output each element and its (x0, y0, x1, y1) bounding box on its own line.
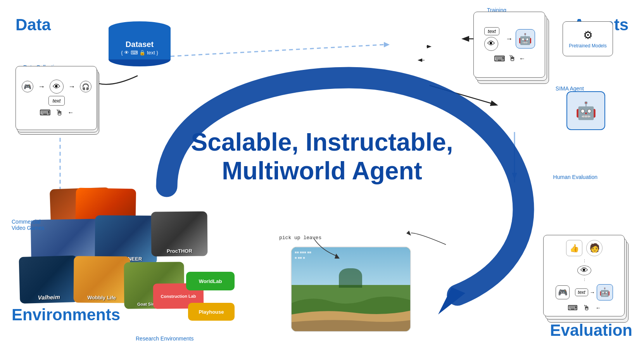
dc-row-kbd: ⌨ 🖱 ← (40, 108, 74, 117)
keyboard-icon-eval: ⌨ (568, 304, 578, 312)
dc-inner: 🎮 → 👁 → 🎧 text ⌨ 🖱 ← (16, 66, 97, 130)
mouse-icon: 🖱 (55, 108, 63, 117)
evaluation-stack: 👍 🧑 👁 🎮 text → 🤖 ⌨ 🖱 ← (543, 235, 628, 324)
train-card-front: text 👁 → 🤖 ⌨ 🖱 ← (473, 12, 545, 78)
eval-row-kbd: ⌨ 🖱 ← (568, 304, 601, 312)
arrow-left-eval: ← (596, 305, 601, 311)
svg-line-0 (171, 45, 384, 56)
mouse-icon-train: 🖱 (508, 54, 516, 63)
dc-card-front: 🎮 → 👁 → 🎧 text ⌨ 🖱 ← (16, 66, 97, 130)
game-wobblylife-label: Wobbly Life (85, 292, 118, 303)
mouse-icon-eval: 🖱 (583, 304, 590, 312)
game-worldlab: WorldLab (186, 272, 235, 290)
sima-agent-card: 🤖 (566, 91, 605, 130)
game-playhouse-label: Playhouse (199, 309, 224, 315)
dc-row-text: text (48, 96, 65, 106)
pickup-label: pick up leaves (279, 235, 321, 241)
train-inner: text 👁 → 🤖 ⌨ 🖱 ← (474, 12, 546, 78)
text-box-dc: text (48, 96, 65, 106)
sub-label-commercial: Commercial Video Games (12, 219, 50, 231)
dataset-container: Dataset { 👁 ⌨ 🔒 text } (101, 21, 178, 66)
game-procthor-label: ProcTHOR (164, 246, 195, 257)
dataset-icons: { 👁 ⌨ 🔒 text } (109, 50, 171, 56)
training-stack: text 👁 → 🤖 ⌨ 🖱 ← (473, 12, 551, 85)
eval-card-front: 👍 🧑 👁 🎮 text → 🤖 ⌨ 🖱 ← (543, 235, 625, 316)
svg-marker-7 (512, 173, 517, 179)
main-title: Scalable, Instructable, Multiworld Agent (186, 128, 458, 185)
person-icon: 🧑 (586, 240, 603, 256)
svg-marker-1 (384, 42, 390, 47)
train-row-bottom: ⌨ 🖱 ← (494, 54, 525, 63)
sima-robot-icon: 🤖 (575, 101, 597, 121)
arrow-left-icon: ← (68, 109, 74, 116)
text-tag-train: text (484, 27, 499, 35)
svg-marker-9 (406, 231, 411, 236)
data-collection-stack: 🎮 → 👁 → 🎧 text ⌨ 🖱 ← (16, 66, 101, 136)
dataset-label: Dataset (109, 40, 171, 49)
eval-row-top: 👍 🧑 (566, 240, 603, 256)
pretrained-label: Pretrained Models (569, 43, 606, 49)
game-worldlab-label: WorldLab (199, 278, 222, 284)
dc-row-eye: 🎮 → 👁 → 🎧 (22, 80, 92, 94)
gamepad-icon: 🎮 (22, 81, 33, 92)
main-title-line1: Scalable, Instructable, (186, 128, 458, 157)
eye-icon: 👁 (50, 80, 64, 94)
arrow-right-icon2: → (68, 83, 75, 91)
cyl-top (109, 21, 171, 35)
keyboard-icon-train: ⌨ (494, 54, 505, 63)
gameplay-hud: ■■ ■■■ ■■ ■ ■■ ■ (295, 250, 311, 260)
pretrained-models-box: ⚙ Pretrained Models (563, 21, 613, 56)
text-tag-eval: text (575, 288, 588, 296)
train-row-top: text 👁 → 🤖 (484, 27, 535, 51)
headset-icon: 🎧 (80, 81, 92, 92)
dataset-cylinder: Dataset { 👁 ⌨ 🔒 text } (109, 21, 171, 66)
gamepad-icon-eval: 🎮 (556, 285, 570, 299)
game-procthor: ProcTHOR (151, 211, 208, 256)
game-wobblylife: Wobbly Life (73, 256, 130, 303)
sub-label-sima: SIMA Agent (556, 85, 584, 92)
thumbs-icon: 👍 (566, 240, 582, 256)
eval-row-bottom: 🎮 text → 🤖 (556, 284, 613, 300)
arrow-icon-train: → (506, 35, 513, 43)
vert-line (584, 259, 585, 262)
game-valheim-label: Valheim (35, 291, 62, 303)
arrow-left-icon-train: ← (519, 55, 525, 62)
tree-shape (339, 268, 362, 288)
main-title-line2: Multiworld Agent (186, 157, 458, 186)
eye-icon-eval: 👁 (577, 266, 591, 275)
svg-marker-10 (438, 287, 465, 314)
eye-icon-train: 👁 (484, 37, 498, 51)
game-constructionlab-label: Construction Lab (159, 292, 197, 300)
robot-icon-eval: 🤖 (597, 284, 613, 300)
sub-label-human-eval: Human Evaluation (553, 174, 597, 180)
vert-line2 (584, 278, 585, 281)
robot-icon-train: 🤖 (516, 29, 535, 49)
game-valheim: Valheim (19, 255, 78, 304)
gear-icon: ⚙ (583, 29, 593, 42)
games-area: ⭐ TEARDOWN NO MAN'S SKY SATISFACTORY HYD… (19, 188, 237, 328)
gameplay-screenshot: ■■ ■■■ ■■ ■ ■■ ■ (291, 247, 411, 332)
arrow-icon-eval: → (590, 289, 595, 295)
game-playhouse: Playhouse (188, 303, 235, 321)
keyboard-icon: ⌨ (40, 108, 51, 117)
sub-label-research: Research Environments (136, 335, 193, 342)
arrow-right-icon: → (38, 83, 45, 91)
eval-inner: 👍 🧑 👁 🎮 text → 🤖 ⌨ 🖱 ← (544, 235, 625, 317)
svg-line-4 (430, 85, 496, 105)
section-label-data: Data (16, 16, 51, 34)
